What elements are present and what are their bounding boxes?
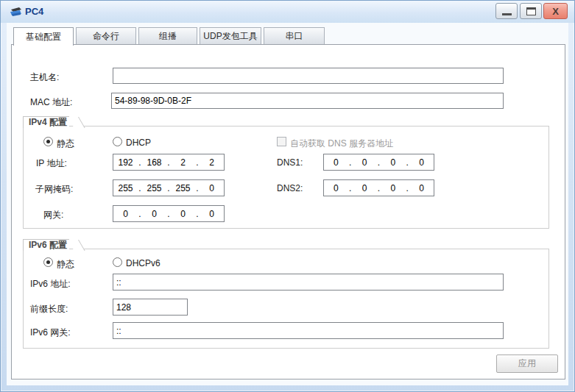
tab-command-line[interactable]: 命令行 [76, 27, 136, 44]
ipv6-dhcpv6-label: DHCPv6 [126, 258, 160, 268]
tab-basic-config[interactable]: 基础配置 [13, 27, 74, 46]
dns2-label: DNS2: [277, 183, 303, 193]
apply-button[interactable]: 应用 [496, 354, 558, 373]
ipv6-static-label: 静态 [57, 258, 74, 271]
window-title: PC4 [25, 6, 43, 17]
hostname-input[interactable] [113, 68, 504, 84]
dns1-input[interactable]: 0.0.0.0 [323, 154, 434, 171]
gateway-label: 网关: [43, 209, 63, 221]
gateway-input[interactable]: 0.0.0.0 [113, 205, 225, 222]
subnet-mask-label: 子网掩码: [35, 183, 73, 196]
hostname-label: 主机名: [30, 71, 59, 84]
close-icon: X [552, 7, 559, 16]
ip-address-input[interactable]: 192.168.2.2 [113, 154, 225, 171]
tab-udp-tool[interactable]: UDP发包工具 [200, 27, 261, 44]
tab-serial[interactable]: 串口 [264, 27, 325, 44]
maximize-icon [526, 7, 536, 15]
close-button[interactable]: X [543, 3, 568, 19]
ipv6-group-label: IPv6 配置 [23, 239, 69, 251]
maximize-button[interactable] [520, 3, 542, 19]
mac-input[interactable] [111, 93, 504, 109]
auto-dns-checkbox[interactable] [277, 137, 286, 146]
ipv6-static-radio[interactable] [43, 257, 53, 267]
titlebar[interactable]: PC4 X [1, 1, 574, 23]
minimize-button[interactable] [495, 3, 518, 19]
tab-bar: 基础配置 命令行 组播 UDP发包工具 串口 [13, 27, 327, 45]
ipv4-dhcp-label: DHCP [126, 138, 151, 148]
ipv6-address-input[interactable] [113, 274, 504, 291]
ipv4-static-radio[interactable] [43, 137, 53, 146]
pc-icon [9, 5, 24, 18]
dns1-label: DNS1: [277, 157, 303, 168]
prefix-length-input[interactable] [113, 299, 188, 316]
mac-label: MAC 地址: [30, 96, 72, 109]
ipv4-static-label: 静态 [57, 138, 74, 150]
ipv6-gateway-label: IPv6 网关: [30, 327, 71, 339]
tab-multicast[interactable]: 组播 [138, 27, 197, 44]
auto-dns-label: 自动获取 DNS 服务器地址 [290, 138, 393, 150]
ipv6-gateway-input[interactable] [113, 322, 504, 339]
subnet-mask-input[interactable]: 255.255.255.0 [113, 179, 225, 196]
ipv6-address-label: IPv6 地址: [30, 278, 71, 291]
ipv4-group-label: IPv4 配置 [23, 116, 69, 128]
prefix-length-label: 前缀长度: [30, 303, 68, 316]
pc-config-window: PC4 X 基础配置 命令行 组播 UDP发包工具 串口 主机名: MAC 地址… [0, 0, 575, 392]
minimize-icon [502, 13, 512, 15]
ip-address-label: IP 地址: [36, 157, 67, 170]
ipv4-dhcp-radio[interactable] [113, 137, 122, 146]
dns2-input[interactable]: 0.0.0.0 [323, 179, 434, 196]
ipv6-dhcpv6-radio[interactable] [113, 257, 122, 267]
